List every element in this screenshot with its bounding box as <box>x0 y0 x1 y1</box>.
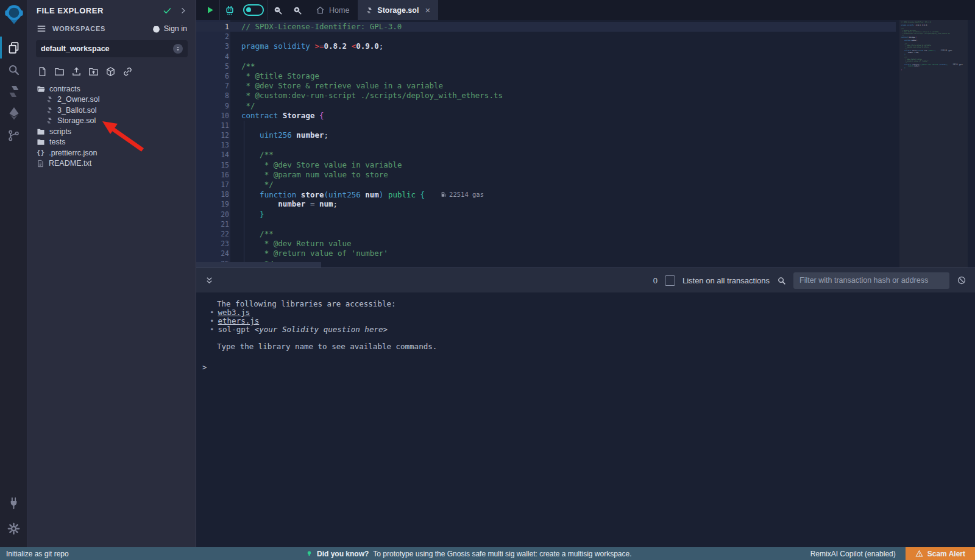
code-line-4: 4 <box>196 52 896 62</box>
tree-item-2-owner-sol[interactable]: 2_Owner.sol <box>28 94 196 105</box>
copilot-toggle[interactable] <box>243 4 264 16</box>
library-link-web3-js[interactable]: web3.js <box>218 308 250 317</box>
upload-folder-button[interactable] <box>88 66 99 77</box>
terminal-output: The following libraries are accessible:•… <box>202 300 975 351</box>
line-number: 14 <box>196 150 229 160</box>
fuel-pump-icon <box>441 191 447 197</box>
link-button[interactable] <box>122 66 133 77</box>
code-line-9: 9 */ <box>196 101 896 111</box>
transaction-count: 0 <box>653 276 658 285</box>
line-number: 7 <box>196 81 229 91</box>
code-line-10: 10contract Storage { <box>196 111 896 121</box>
code-line-6: 6 * @title Storage <box>196 71 896 81</box>
lightbulb-icon <box>306 550 313 557</box>
tab-home[interactable]: Home <box>307 0 358 20</box>
minimap[interactable]: // SPDX-License-Identifier: GPL-3.0 prag… <box>899 20 968 268</box>
line-number: 6 <box>196 71 229 81</box>
workspace-select[interactable]: default_workspace <box>36 40 188 57</box>
solidity-icon <box>7 84 21 99</box>
tree-item-label: 2_Owner.sol <box>57 95 99 104</box>
tree-item-tests[interactable]: tests <box>28 137 196 148</box>
transaction-filter-input[interactable] <box>793 272 949 289</box>
library-link-ethers-js[interactable]: ethers.js <box>218 317 260 325</box>
tree-item-3-ballot-sol[interactable]: 3_Ballot.sol <box>28 105 196 116</box>
folder-new-button[interactable] <box>54 66 65 77</box>
workspaces-label: WORKSPACES <box>52 25 152 32</box>
zoom-in-button[interactable] <box>288 0 307 20</box>
warning-icon <box>915 550 923 558</box>
code-line-17: 17 */ <box>196 180 896 190</box>
line-number: 22 <box>196 229 229 239</box>
activity-item-deploy-run[interactable] <box>0 104 27 122</box>
code-line-19: 19 number = num; <box>196 199 896 209</box>
horizontal-scrollbar[interactable] <box>196 262 321 268</box>
tree-item-readme-txt[interactable]: README.txt <box>28 158 196 169</box>
listen-all-transactions-checkbox[interactable] <box>665 275 675 286</box>
robot-icon <box>224 5 235 16</box>
clear-console-icon[interactable] <box>957 275 966 285</box>
status-bar: Initialize as git repo Did you know? To … <box>0 547 975 560</box>
tree-item-label: README.txt <box>49 159 91 168</box>
code-line-24: 24 * @return value of 'number' <box>196 249 896 258</box>
file-new-button[interactable] <box>37 66 48 77</box>
terminal-text-line: Type the library name to see available c… <box>202 342 975 351</box>
did-you-know-tip: Did you know? To prototype using the Gno… <box>306 550 632 558</box>
code-line-23: 23 * @dev Return value <box>196 239 896 249</box>
tree-item-scripts[interactable]: scripts <box>28 126 196 137</box>
code-line-12: 12 uint256 number; <box>196 130 896 140</box>
status-check-icon <box>163 6 172 15</box>
code-line-2: 2 <box>196 32 896 41</box>
terminal-bullet-line: •sol-gpt <your Solidity question here> <box>202 325 975 334</box>
terminal-prompt[interactable]: > <box>202 363 207 372</box>
run-script-button[interactable] <box>200 0 219 20</box>
upload-file-button[interactable] <box>71 66 82 77</box>
line-number: 21 <box>196 219 229 229</box>
scam-alert-button[interactable]: Scam Alert <box>906 547 975 560</box>
code-line-5: 5/** <box>196 62 896 71</box>
remix-logo[interactable] <box>3 3 25 27</box>
zoom-out-icon <box>273 5 283 15</box>
line-number: 10 <box>196 111 229 121</box>
activity-item-solidity-compiler[interactable] <box>0 82 27 101</box>
activity-item-git[interactable] <box>0 126 27 144</box>
close-tab-icon[interactable]: × <box>425 5 430 15</box>
line-number: 12 <box>196 130 229 140</box>
terminal-text-line: The following libraries are accessible: <box>202 300 975 308</box>
tab-storage-sol[interactable]: Storage.sol × <box>358 0 438 20</box>
collapse-terminal-icon[interactable] <box>205 276 214 285</box>
code-editor[interactable]: 1// SPDX-License-Identifier: GPL-3.02 3p… <box>196 20 975 268</box>
solidity-file-icon <box>46 117 53 124</box>
activity-item-file-explorer[interactable] <box>0 38 27 57</box>
collapse-panel-icon[interactable] <box>179 7 187 15</box>
line-number: 15 <box>196 160 229 170</box>
code-content: 1// SPDX-License-Identifier: GPL-3.02 3p… <box>196 22 896 268</box>
tree-item--prettierrc-json[interactable]: {}.prettierrc.json <box>28 147 196 158</box>
activity-item-search[interactable] <box>0 60 27 79</box>
code-line-14: 14 /** <box>196 150 896 160</box>
code-line-8: 8 * @custom:dev-run-script ./scripts/dep… <box>196 91 896 101</box>
code-line-22: 22 /** <box>196 229 896 239</box>
ai-copilot-button[interactable] <box>220 0 239 20</box>
tree-item-label: contracts <box>49 85 80 93</box>
solidity-file-icon <box>46 107 53 114</box>
workbench: FILE EXPLORER WORKSPACES Sign in <box>0 0 975 547</box>
plug-icon <box>7 497 20 509</box>
workspaces-menu-icon[interactable] <box>37 24 46 34</box>
workspace-switch-icon[interactable] <box>173 44 183 54</box>
code-line-7: 7 * @dev Store & retrieve value in a var… <box>196 81 896 91</box>
zoom-out-button[interactable] <box>268 0 288 20</box>
terminal-search-icon[interactable] <box>777 276 786 285</box>
panel-title: FILE EXPLORER <box>37 6 163 15</box>
solidity-file-icon <box>366 7 373 14</box>
line-number: 20 <box>196 210 229 219</box>
git-init-button[interactable]: Initialize as git repo <box>0 550 69 558</box>
tree-item-storage-sol[interactable]: Storage.sol <box>28 116 196 127</box>
terminal[interactable]: The following libraries are accessible:•… <box>196 292 975 547</box>
cube-button[interactable] <box>105 66 116 77</box>
tree-item-contracts[interactable]: contracts <box>28 83 196 94</box>
line-number: 3 <box>196 41 229 51</box>
sign-in-button[interactable]: Sign in <box>152 24 187 34</box>
copilot-status[interactable]: RemixAI Copilot (enabled) <box>810 550 896 558</box>
activity-item-plugin-manager[interactable] <box>0 494 27 512</box>
activity-item-settings[interactable] <box>0 519 27 537</box>
